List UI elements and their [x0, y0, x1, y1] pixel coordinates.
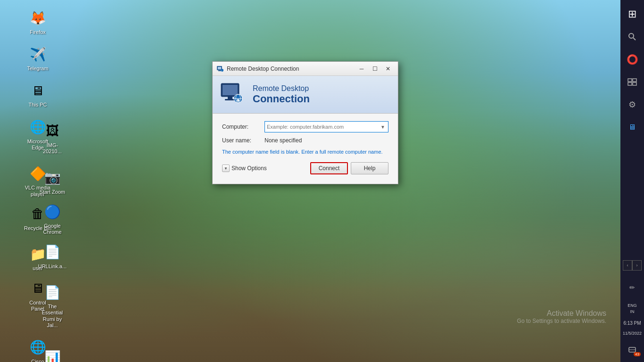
google-chrome-label: Google Chrome: [38, 223, 67, 235]
clock-date: 11/5/2022: [623, 330, 642, 337]
activate-windows-subtitle: Go to Settings to activate Windows.: [517, 318, 606, 324]
img-icon: 🖼: [43, 122, 62, 140]
task-view-icon: [627, 78, 637, 86]
rdc-close-button[interactable]: ✕: [382, 64, 394, 74]
username-value: None specified: [264, 137, 302, 144]
rdc-maximize-button[interactable]: ☐: [369, 64, 381, 74]
options-arrow-icon: ▼: [222, 165, 230, 172]
this-pc-icon: 🖥: [28, 81, 47, 100]
rdc-dialog: i Remote Desktop Connection ─ ☐ ✕: [212, 61, 398, 184]
rdc-titlebar-controls: ─ ☐ ✕: [355, 64, 394, 74]
urllink-label: URLLink.a...: [38, 263, 67, 270]
desktop-icon-start-zoom[interactable]: 📷 Start Zoom: [36, 165, 69, 198]
notification-count-badge: 43: [634, 352, 641, 356]
desktop-icon-essential-rumi[interactable]: 📄 The Essential Rumi by Jal...: [36, 280, 69, 331]
svg-line-1: [633, 38, 636, 40]
connect-button[interactable]: Connect: [310, 162, 348, 174]
google-chrome-icon: 🔵: [43, 202, 62, 221]
help-button[interactable]: Help: [351, 162, 388, 174]
desktop: 🦊 Firefox ✈️ Telegram 🖥 This PC 🌐 Micros…: [0, 0, 644, 362]
sidebar-taskview-button[interactable]: [623, 73, 642, 91]
computer-input[interactable]: [267, 124, 380, 130]
desktop-icon-img[interactable]: 🖼 IMG-20210...: [36, 119, 69, 157]
rdc-minimize-button[interactable]: ─: [355, 64, 368, 74]
svg-rect-4: [628, 82, 632, 85]
clock-time: 6:13 PM: [623, 320, 641, 327]
sidebar-start-button[interactable]: ⊞: [623, 5, 642, 24]
desktop-icon-google-chrome[interactable]: 🔵 Google Chrome: [36, 199, 69, 238]
sidebar-settings-button[interactable]: ⚙: [623, 95, 642, 114]
rdc-footer-buttons: Connect Help: [310, 162, 388, 174]
svg-rect-2: [628, 79, 632, 82]
start-zoom-label: Start Zoom: [40, 189, 65, 195]
sidebar-cortana-button[interactable]: ⭕: [623, 50, 642, 69]
rdc-titlebar: i Remote Desktop Connection ─ ☐ ✕: [213, 62, 398, 76]
sidebar-remote-desktop-button[interactable]: 🖥: [623, 118, 642, 137]
rdc-monitor-icon: ↑: [220, 82, 244, 105]
img-label: IMG-20210...: [38, 142, 67, 155]
rdc-header-text: Remote Desktop Connection: [253, 84, 390, 106]
scroll-right-button[interactable]: ›: [632, 260, 642, 271]
firefox-icon: 🦊: [28, 8, 47, 27]
rdc-warning-text: The computer name field is blank. Enter …: [222, 148, 388, 156]
essential-rumi-label: The Essential Rumi by Jal...: [38, 304, 67, 329]
username-field-row: User name: None specified: [222, 137, 388, 144]
firefox-label: Firefox: [30, 29, 46, 35]
rdc-header: ↑ Remote Desktop Connection: [213, 76, 398, 114]
rdc-header-line1: Remote Desktop: [253, 84, 390, 93]
right-sidebar: ⊞ ⭕ ⚙ 🖥 ‹ ›: [620, 0, 644, 362]
desktop-icon-this-pc[interactable]: 🖥 This PC: [21, 78, 54, 111]
telegram-label: Telegram: [27, 66, 48, 72]
show-options-button[interactable]: ▼ Show Options: [222, 165, 267, 172]
desktop-icon-telegram[interactable]: ✈️ Telegram: [21, 42, 54, 74]
desktop-icon-firefox[interactable]: 🦊 Firefox: [21, 6, 54, 38]
desktop-icons-panel: 🦊 Firefox ✈️ Telegram 🖥 This PC 🌐 Micros…: [0, 0, 75, 362]
rdc-title-text: Remote Desktop Connection: [227, 66, 355, 72]
rdc-dialog-container: i Remote Desktop Connection ─ ☐ ✕: [212, 61, 398, 184]
sidebar-clipboard-icon[interactable]: ✏: [623, 278, 642, 297]
svg-rect-14: [223, 85, 238, 95]
show-options-label: Show Options: [231, 165, 267, 172]
computer-input-wrapper[interactable]: ▼: [264, 121, 388, 132]
svg-rect-5: [633, 82, 636, 85]
activate-windows-title: Activate Windows: [517, 309, 606, 318]
svg-text:i: i: [222, 69, 222, 72]
sidebar-scroll-controls: ‹ ›: [623, 260, 642, 271]
svg-rect-10: [218, 70, 221, 71]
rdc-header-line2: Connection: [253, 93, 390, 105]
start-zoom-icon: 📷: [43, 168, 62, 187]
desktop-icon-urllink[interactable]: 📄 URLLink.a...: [36, 240, 69, 272]
notifications-button[interactable]: 43: [623, 343, 642, 357]
rdc-titlebar-icon: i: [216, 65, 224, 73]
this-pc-label: This PC: [28, 102, 47, 108]
rdc-footer: ▼ Show Options Connect Help: [222, 162, 388, 176]
username-label: User name:: [222, 137, 264, 144]
rdc-body: Computer: ▼ User name: None specified Th…: [213, 114, 398, 184]
telegram-icon: ✈️: [28, 45, 47, 64]
scroll-left-button[interactable]: ‹: [623, 260, 632, 271]
svg-text:↑: ↑: [237, 99, 239, 102]
svg-point-0: [629, 33, 634, 38]
svg-rect-3: [633, 79, 636, 82]
book1-icon: 📊: [43, 348, 62, 362]
urllink-icon: 📄: [43, 243, 62, 262]
desktop-icon-book1[interactable]: 📊 Book1: [36, 346, 69, 362]
svg-rect-15: [228, 97, 232, 99]
rdc-header-icon: ↑: [220, 82, 246, 107]
activate-windows-watermark: Activate Windows Go to Settings to activ…: [517, 309, 606, 324]
computer-field-row: Computer: ▼: [222, 121, 388, 132]
computer-dropdown-arrow[interactable]: ▼: [380, 124, 386, 130]
search-icon: [628, 33, 636, 41]
language-indicator[interactable]: ENGIN: [627, 303, 637, 314]
svg-rect-9: [218, 67, 221, 69]
sidebar-search-button[interactable]: [623, 27, 642, 46]
essential-rumi-icon: 📄: [43, 283, 62, 302]
computer-label: Computer:: [222, 123, 264, 130]
